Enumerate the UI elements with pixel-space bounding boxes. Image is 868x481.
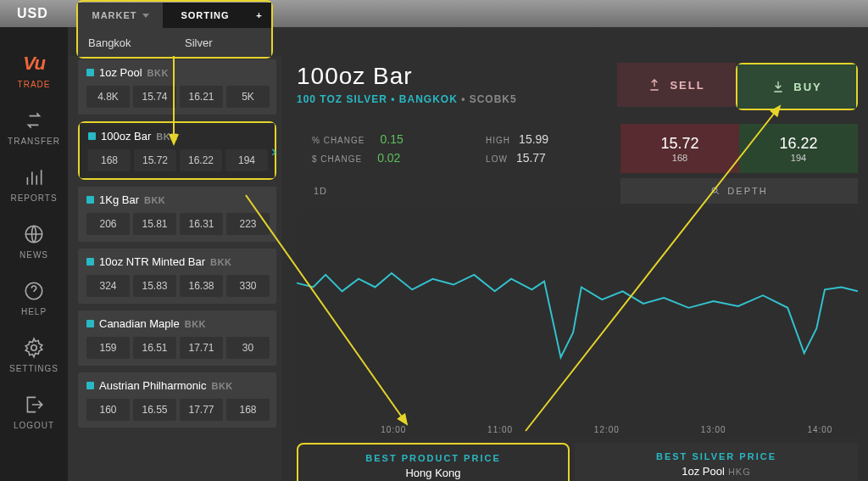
upload-icon — [648, 78, 661, 92]
sell-label: SELL — [670, 79, 704, 92]
instrument-name: 10oz NTR Minted Bar — [99, 255, 205, 268]
usd-change: 0.02 — [377, 151, 400, 165]
best-silver-loc: HKG — [728, 467, 751, 477]
best-product-highlight: BEST PRODUCT PRICE Hong Kong — [297, 443, 570, 481]
instrument-list[interactable]: 1oz Pool BKK 4.8K 15.74 16.21 5K 100oz B… — [68, 56, 281, 481]
product-location: BANGKOK — [399, 93, 458, 105]
nav-trade[interactable]: Vu TRADE — [0, 53, 68, 89]
chevron-right-icon: › — [271, 142, 276, 159]
nav-reports[interactable]: REPORTS — [0, 166, 68, 203]
nav-news-label: NEWS — [19, 250, 48, 260]
chart-xtick: 12:00 — [594, 425, 620, 434]
bid: 16.51 — [133, 337, 176, 359]
metal-color-icon — [86, 196, 94, 204]
instrument-name: 100oz Bar — [101, 130, 151, 143]
pct-change: 0.15 — [380, 132, 403, 146]
svg-point-3 — [712, 187, 717, 193]
best-product-label: BEST PRODUCT PRICE — [305, 453, 561, 463]
instrument-row[interactable]: 1Kg Bar BKK 206 15.81 16.31 223 — [78, 187, 276, 242]
globe-icon — [23, 223, 45, 245]
price-chart[interactable]: 10:00 11:00 12:00 13:00 14:00 — [297, 209, 858, 438]
tab-market-label: MARKET — [92, 10, 136, 20]
ask: 17.77 — [180, 399, 223, 421]
ask-qty: 30 — [226, 337, 270, 359]
market-sorting-panel: MARKET SORTING + Bangkok Silver — [76, 0, 273, 59]
tab-sorting[interactable]: SORTING — [163, 3, 248, 28]
best-product-value: Hong Kong — [305, 467, 561, 479]
instrument-loc: BKK — [185, 319, 206, 329]
bid-qty: 4.8K — [86, 86, 130, 108]
chart-timeframe[interactable]: 1D — [297, 178, 620, 204]
best-ask-cell[interactable]: 16.22 194 — [739, 124, 858, 173]
ask-qty: 330 — [226, 275, 270, 297]
instrument-name: 1oz Pool — [99, 66, 142, 79]
currency-selector[interactable]: USD — [17, 6, 48, 21]
instrument-row[interactable]: Austrian Philharmonic BKK 160 16.55 17.7… — [78, 372, 276, 428]
sell-qty: 168 — [672, 153, 687, 163]
filter-metal[interactable]: Silver — [175, 28, 271, 57]
depth-button[interactable]: DEPTH — [620, 178, 858, 204]
filter-location[interactable]: Bangkok — [78, 28, 175, 57]
sell-button[interactable]: SELL — [617, 63, 736, 107]
ask-qty: 194 — [225, 149, 268, 171]
best-silver-price-panel[interactable]: BEST SILVER PRICE 1oz PoolHKG — [575, 443, 858, 481]
svg-point-2 — [31, 345, 37, 351]
ask: 17.71 — [180, 337, 223, 359]
best-product-price-panel[interactable]: BEST PRODUCT PRICE Hong Kong — [298, 445, 568, 481]
instrument-loc: BKK — [144, 195, 165, 205]
instrument-row-selected[interactable]: 100oz Bar BKK 168 15.72 16.22 194 › — [80, 123, 275, 178]
buy-button[interactable]: BUY — [737, 64, 856, 109]
instrument-row[interactable]: Canadian Maple BKK 159 16.51 17.71 30 — [78, 310, 276, 366]
gear-icon — [23, 337, 45, 359]
ask-qty: 5K — [226, 86, 270, 108]
brand-logo-icon: Vu — [0, 53, 68, 75]
help-icon — [23, 280, 45, 302]
nav-news[interactable]: NEWS — [0, 223, 68, 260]
nav-help[interactable]: HELP — [0, 280, 68, 316]
best-silver-label: BEST SILVER PRICE — [581, 451, 851, 461]
ask: 16.21 — [180, 86, 223, 108]
instrument-loc: BKK — [147, 68, 169, 78]
nav-transfer[interactable]: TRANSFER — [0, 109, 68, 146]
nav-logout[interactable]: LOGOUT — [0, 394, 68, 430]
reports-icon — [23, 166, 45, 188]
bid-qty: 324 — [86, 275, 130, 297]
best-bid-cell[interactable]: 15.72 168 — [620, 124, 739, 173]
tab-sorting-label: SORTING — [181, 10, 229, 20]
highlighted-selected-row: 100oz Bar BKK 168 15.72 16.22 194 › — [78, 121, 276, 180]
bid: 15.72 — [134, 149, 176, 171]
high-label: HIGH — [486, 136, 510, 145]
low-value: 15.77 — [516, 151, 546, 165]
download-icon — [771, 80, 785, 93]
search-icon — [710, 186, 721, 196]
ask: 16.22 — [180, 149, 222, 171]
instrument-row[interactable]: 10oz NTR Minted Bar BKK 324 15.83 16.38 … — [78, 249, 276, 304]
metal-color-icon — [88, 132, 96, 140]
filter-metal-label: Silver — [185, 36, 213, 49]
nav-trade-label: TRADE — [18, 80, 51, 89]
nav-logout-label: LOGOUT — [14, 421, 54, 430]
bid: 15.81 — [133, 213, 176, 235]
ask-qty: 168 — [226, 399, 270, 421]
instrument-name: 1Kg Bar — [99, 193, 139, 206]
bid-qty: 159 — [86, 337, 130, 359]
instrument-row[interactable]: 1oz Pool BKK 4.8K 15.74 16.21 5K — [78, 59, 276, 115]
metal-color-icon — [86, 258, 94, 266]
instrument-name: Canadian Maple — [99, 317, 180, 330]
bid: 15.83 — [133, 275, 176, 297]
nav-settings[interactable]: SETTINGS — [0, 337, 68, 373]
metal-color-icon — [86, 69, 94, 76]
chart-xtick: 14:00 — [807, 425, 832, 434]
usd-change-label: $ CHANGE — [312, 154, 362, 164]
buy-price: 16.22 — [779, 135, 817, 153]
pct-change-label: % CHANGE — [312, 136, 364, 145]
filter-location-label: Bangkok — [88, 36, 131, 49]
tab-market[interactable]: MARKET — [78, 3, 163, 28]
chart-xtick: 11:00 — [487, 425, 513, 434]
sell-price: 15.72 — [660, 135, 698, 153]
tab-add[interactable]: + — [248, 3, 271, 28]
metal-color-icon — [86, 382, 94, 389]
nav-transfer-label: TRANSFER — [8, 137, 60, 146]
instrument-name: Austrian Philharmonic — [99, 379, 206, 392]
best-silver-value: 1oz Pool — [682, 465, 725, 478]
